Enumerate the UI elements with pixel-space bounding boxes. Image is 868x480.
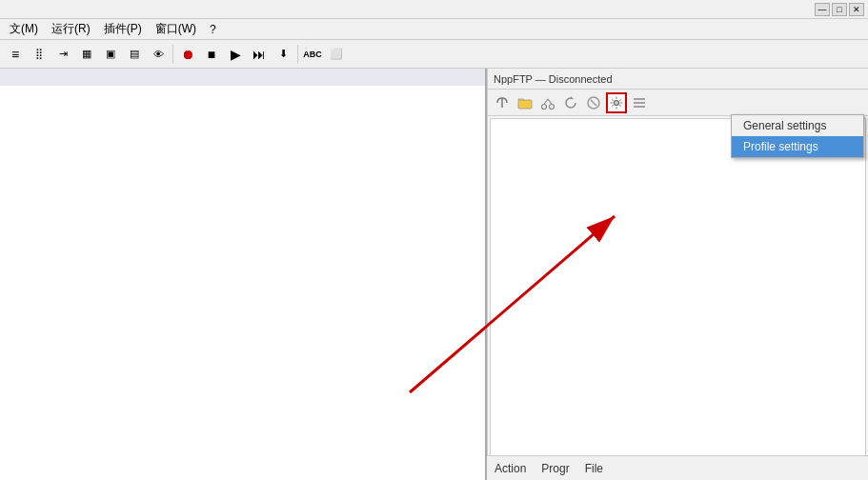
connect-icon <box>495 95 510 110</box>
maximize-button[interactable]: □ <box>832 3 847 16</box>
folder-icon <box>517 95 533 110</box>
toolbar: ≡ ⣿ ⇥ ▦ ▣ ▤ 👁 ⏺ ■ ▶ ⏭ ⬇ ABC ⬜ <box>0 40 868 69</box>
svg-marker-6 <box>571 96 574 99</box>
align-right-btn[interactable]: ⣿ <box>28 43 50 66</box>
progr-status[interactable]: Progr <box>537 460 573 477</box>
window-menu[interactable]: 窗口(W) <box>150 19 202 39</box>
menu-bar: 文(M) 运行(R) 插件(P) 窗口(W) ? <box>0 19 868 40</box>
toolbar-sep2 <box>297 45 298 64</box>
editor-panel[interactable] <box>0 69 487 480</box>
line-highlight <box>0 69 485 86</box>
title-bar-buttons: — □ ✕ <box>815 3 864 16</box>
block3-btn[interactable]: ▤ <box>123 43 146 66</box>
view-btn[interactable]: 👁 <box>147 43 170 66</box>
close-button[interactable]: ✕ <box>849 3 864 16</box>
plugins-menu[interactable]: 插件(P) <box>98 19 148 39</box>
scissors-icon <box>540 95 555 110</box>
gear-icon <box>609 95 624 110</box>
minimize-button[interactable]: — <box>815 3 830 16</box>
indent-btn[interactable]: ⇥ <box>51 43 74 66</box>
profile-settings-item[interactable]: Profile settings <box>732 136 863 157</box>
settings-dropdown: General settings Profile settings <box>731 114 864 158</box>
file-menu[interactable]: 文(M) <box>4 19 44 39</box>
ftp-toolbar: General settings Profile settings <box>488 90 868 116</box>
svg-point-9 <box>615 100 619 105</box>
svg-line-5 <box>548 99 552 105</box>
ftp-status-bar: Action Progr File <box>487 455 868 480</box>
ftp-cut-btn[interactable] <box>537 92 558 113</box>
svg-line-4 <box>544 99 548 105</box>
save-btn[interactable]: ⬇ <box>272 43 294 66</box>
next-btn[interactable]: ⏭ <box>248 43 271 66</box>
svg-rect-1 <box>518 100 532 109</box>
ftp-panel: NppFTP — Disconnected <box>487 69 868 480</box>
abc-btn[interactable]: ABC <box>301 43 324 66</box>
block2-btn[interactable]: ▣ <box>99 43 122 66</box>
ftp-connect-btn[interactable] <box>492 92 513 113</box>
ftp-folder-btn[interactable] <box>515 92 535 113</box>
toolbar-sep1 <box>172 45 173 64</box>
record-btn[interactable]: ⏺ <box>176 43 199 66</box>
ftp-list-btn[interactable] <box>629 92 650 113</box>
svg-point-3 <box>550 104 555 109</box>
ftp-content[interactable] <box>490 118 866 478</box>
play-btn[interactable]: ▶ <box>224 43 247 66</box>
stop-icon <box>586 95 601 110</box>
ftp-settings-btn[interactable] <box>606 92 627 113</box>
refresh-icon <box>563 95 578 110</box>
list-icon <box>632 95 647 110</box>
ftp-refresh-btn[interactable] <box>560 92 581 113</box>
ftp-stop-btn[interactable] <box>583 92 604 113</box>
align-left-btn[interactable]: ≡ <box>4 43 27 66</box>
stop-btn[interactable]: ■ <box>200 43 223 66</box>
help-menu[interactable]: ? <box>204 21 222 38</box>
general-settings-item[interactable]: General settings <box>732 115 863 136</box>
main-area: NppFTP — Disconnected <box>0 69 868 480</box>
title-bar: — □ ✕ <box>0 0 868 19</box>
extra-btn[interactable]: ⬜ <box>325 43 348 66</box>
ftp-title: NppFTP — Disconnected <box>488 69 868 90</box>
ftp-title-text: NppFTP — Disconnected <box>494 73 613 85</box>
svg-point-2 <box>542 104 547 109</box>
svg-line-8 <box>591 100 596 106</box>
block1-btn[interactable]: ▦ <box>75 43 98 66</box>
action-status[interactable]: Action <box>491 460 530 477</box>
file-status[interactable]: File <box>581 460 607 477</box>
run-menu[interactable]: 运行(R) <box>46 19 96 39</box>
